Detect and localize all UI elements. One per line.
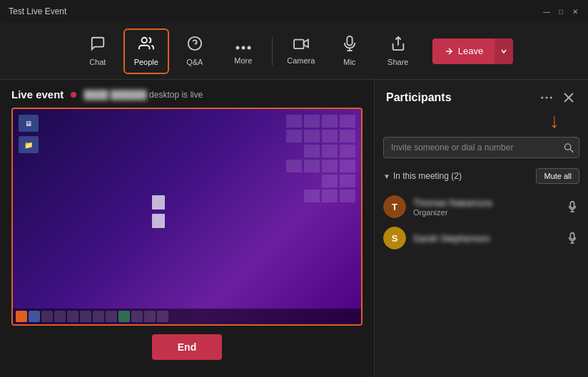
toolbar-mic[interactable]: Mic	[327, 29, 372, 74]
chat-icon	[90, 36, 106, 55]
invite-search-input[interactable]	[383, 137, 579, 158]
desktop-icon	[340, 190, 355, 202]
in-meeting-label: ▼ In this meeting (2)	[383, 171, 462, 181]
end-container: End	[11, 326, 363, 368]
window-controls: — □ ✕	[542, 7, 579, 16]
svg-marker-7	[303, 40, 308, 48]
toolbar-qa[interactable]: Q&A	[172, 29, 218, 74]
close-button[interactable]: ✕	[571, 7, 579, 16]
avatar-image: T	[383, 195, 406, 218]
title-bar: Test Live Event — □ ✕	[0, 0, 588, 23]
maximize-button[interactable]: □	[557, 7, 565, 16]
participant-name: Sarah Stephenson	[413, 233, 558, 244]
desktop-icon	[322, 145, 338, 157]
toolbar-divider	[272, 37, 273, 66]
toolbar-chat[interactable]: Chat	[75, 29, 121, 74]
live-label: Live event	[11, 88, 64, 100]
toolbar-share[interactable]: Share	[375, 29, 421, 74]
taskbar-icon	[106, 311, 117, 322]
desktop-icons-right	[263, 115, 355, 202]
chat-label: Chat	[89, 58, 106, 66]
taskbar-icon	[157, 311, 168, 322]
participant-item: T Thomas Nakamura Organizer	[375, 191, 588, 222]
avatar: T	[383, 195, 406, 218]
svg-rect-23	[570, 233, 574, 239]
desktop-icon	[304, 130, 320, 143]
participant-role: Organizer	[413, 208, 558, 217]
leave-dropdown-button[interactable]	[495, 38, 513, 64]
desktop-icon	[304, 145, 320, 157]
desktop-icon	[340, 145, 355, 157]
svg-rect-20	[570, 202, 574, 208]
end-button[interactable]: End	[152, 334, 222, 360]
more-label: More	[234, 56, 252, 65]
panel-close-button[interactable]	[561, 90, 577, 105]
left-panel: Live event ████ ██████ desktop is live 🖥…	[0, 80, 374, 377]
live-event-header: Live event ████ ██████ desktop is live	[11, 88, 363, 100]
desktop-icon	[340, 130, 355, 143]
desktop-view: 🖥 📁	[13, 109, 361, 324]
avatar: S	[383, 227, 406, 249]
screen-preview: 🖥 📁	[11, 108, 363, 326]
qa-label: Q&A	[186, 58, 203, 66]
desktop-icon: 🖥	[19, 115, 39, 132]
live-indicator	[71, 92, 76, 98]
panel-more-button[interactable]	[538, 93, 555, 102]
mute-all-button[interactable]: Mute all	[536, 168, 579, 184]
main-content: Live event ████ ██████ desktop is live 🖥…	[0, 80, 588, 377]
down-arrow-icon: ↓	[549, 111, 559, 131]
desktop-icon	[340, 160, 355, 172]
taskbar-icon	[144, 311, 156, 322]
panel-header: Participants	[375, 80, 588, 111]
taskbar-icon	[29, 311, 40, 322]
share-icon	[390, 36, 406, 55]
in-meeting-header: ▼ In this meeting (2) Mute all	[375, 164, 588, 188]
camera-label: Camera	[287, 56, 315, 65]
arrow-indicator: ↓	[375, 111, 588, 134]
svg-point-18	[564, 144, 570, 150]
taskbar	[13, 309, 361, 324]
desktop-icon	[322, 130, 338, 143]
collapse-arrow-icon[interactable]: ▼	[383, 172, 390, 180]
taskbar-icon	[67, 311, 78, 322]
desktop-icon	[304, 115, 320, 128]
people-icon	[138, 36, 154, 55]
participant-mic-button[interactable]	[565, 198, 579, 215]
leave-button-group: Leave	[432, 38, 513, 64]
participant-info: Sarah Stephenson	[413, 233, 558, 244]
svg-point-0	[141, 38, 146, 43]
svg-point-13	[541, 96, 543, 98]
toolbar-camera[interactable]: Camera	[278, 29, 324, 74]
mic-label: Mic	[343, 58, 355, 66]
svg-point-15	[550, 96, 552, 98]
taskbar-icon	[131, 311, 143, 322]
desktop-icon	[340, 115, 355, 128]
desktop-icon	[340, 175, 355, 187]
leave-button[interactable]: Leave	[432, 38, 495, 64]
participant-info: Thomas Nakamura Organizer	[413, 197, 558, 217]
desktop-icon	[322, 175, 338, 187]
camera-icon	[293, 37, 309, 53]
window-title: Test Live Event	[9, 6, 66, 16]
toolbar-people[interactable]: People	[123, 29, 169, 74]
desktop-icon	[286, 160, 302, 172]
search-button[interactable]	[564, 143, 574, 155]
desktop-icon	[286, 130, 302, 143]
desktop-icon: 📁	[19, 136, 39, 153]
svg-point-14	[545, 96, 547, 98]
taskbar-icon	[118, 311, 130, 322]
desktop-icon	[304, 160, 320, 172]
taskbar-icon	[93, 311, 104, 322]
toolbar-more[interactable]: More	[220, 29, 266, 74]
doc-icon	[152, 214, 165, 228]
minimize-button[interactable]: —	[542, 7, 551, 16]
taskbar-icon	[80, 311, 91, 322]
taskbar-icon	[16, 311, 27, 322]
participant-mic-button[interactable]	[565, 229, 579, 247]
svg-point-4	[241, 46, 245, 50]
desktop-icon	[322, 115, 338, 128]
more-icon	[235, 37, 251, 53]
participant-item: S Sarah Stephenson	[375, 222, 588, 254]
qa-icon	[187, 36, 203, 55]
desktop-icon	[322, 160, 338, 172]
